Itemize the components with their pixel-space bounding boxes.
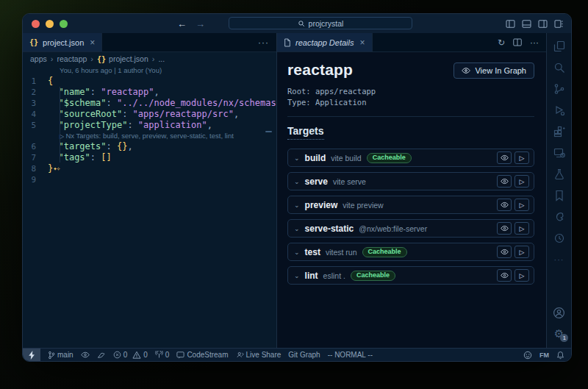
cacheable-badge: Cacheable (362, 247, 407, 257)
tab-project-json[interactable]: {} project.json × (23, 33, 102, 51)
chevron-down-icon[interactable]: ⌄ (294, 249, 300, 256)
view-target-config-button[interactable] (497, 269, 512, 282)
code-line[interactable]: 1{ (23, 76, 276, 87)
test-beaker-icon[interactable] (553, 168, 565, 180)
toggle-primary-sidebar-icon[interactable] (506, 20, 515, 28)
live-share-status[interactable]: Live Share (236, 351, 282, 359)
chevron-down-icon[interactable]: ⌄ (294, 178, 300, 185)
close-window-button[interactable] (32, 20, 40, 28)
target-command: eslint . (323, 271, 345, 280)
toggle-panel-icon[interactable] (522, 20, 531, 28)
target-row-serve[interactable]: ⌄servevite serve▷ (287, 172, 534, 190)
tab-label: reactapp Details (295, 38, 354, 47)
minimize-window-button[interactable] (46, 20, 54, 28)
history-back-icon[interactable]: ← (177, 18, 187, 29)
vim-mode-indicator[interactable]: -- NORMAL -- (328, 351, 373, 359)
blame-codelens[interactable]: You, 6 hours ago | 1 author (You) (23, 65, 276, 76)
bell-icon[interactable] (556, 351, 564, 360)
explorer-icon[interactable] (553, 40, 565, 52)
activity-bar: ··· ⚙ 1 (546, 33, 571, 348)
git-graph-status[interactable]: Git Graph (288, 351, 320, 359)
code-line[interactable]: 5 "projectType": "application", (23, 120, 276, 131)
view-target-config-button[interactable] (497, 151, 512, 164)
codestream-status[interactable]: CodeStream (176, 351, 228, 359)
run-target-button[interactable]: ▷ (514, 175, 529, 188)
tab-overflow-ellipsis[interactable]: ··· (258, 33, 276, 51)
zoom-window-button[interactable] (60, 20, 68, 28)
target-row-preview[interactable]: ⌄previewvite preview▷ (287, 196, 534, 214)
view-target-config-button[interactable] (497, 246, 512, 258)
chevron-down-icon[interactable]: ⌄ (294, 201, 300, 209)
target-command: vitest run (326, 248, 357, 257)
code-line[interactable]: 7 "tags": [] (23, 152, 276, 163)
gitlens-blame-toggle-icon[interactable] (81, 351, 90, 358)
settings-gear-icon[interactable]: ⚙ 1 (554, 328, 564, 339)
view-in-graph-button[interactable]: View In Graph (453, 63, 534, 79)
code-line[interactable]: 9 (23, 174, 276, 185)
cacheable-badge: Cacheable (351, 271, 395, 281)
run-target-button[interactable]: ▷ (514, 199, 529, 211)
split-editor-icon[interactable] (513, 38, 522, 46)
more-actions-icon[interactable]: ··· (530, 38, 539, 48)
run-target-button[interactable]: ▷ (514, 246, 529, 258)
tab-reactapp-details[interactable]: reactapp Details × (277, 33, 373, 51)
view-target-config-button[interactable] (497, 222, 512, 235)
target-name: serve-static (305, 224, 354, 234)
tab-strip-left: {} project.json × ··· (23, 33, 276, 52)
more-views-icon[interactable]: ··· (554, 254, 564, 265)
git-branch-status[interactable]: main (48, 351, 74, 360)
target-row-build[interactable]: ⌄buildvite buildCacheable▷ (287, 149, 534, 167)
code-editor[interactable]: You, 6 hours ago | 1 author (You)1{2 "na… (23, 65, 276, 348)
code-line[interactable]: 8}✦✧ (23, 163, 276, 174)
chevron-down-icon[interactable]: ⌄ (294, 225, 300, 232)
remote-indicator[interactable] (23, 349, 40, 361)
divider (287, 116, 534, 117)
extensions-icon[interactable] (553, 126, 565, 138)
history-forward-icon[interactable]: → (196, 18, 205, 29)
fm-status[interactable]: FM (539, 351, 549, 359)
run-target-button[interactable]: ▷ (514, 222, 529, 235)
breadcrumb-separator: › (152, 54, 155, 63)
chevron-down-icon[interactable]: ⌄ (294, 154, 300, 162)
line-number: 2 (23, 87, 48, 98)
command-center-search[interactable]: projcrystal (229, 17, 412, 29)
breadcrumb-item-project-json[interactable]: {}project.json (97, 54, 148, 63)
history-clock-icon[interactable] (553, 232, 565, 244)
view-target-config-button[interactable] (497, 175, 512, 188)
chevron-down-icon[interactable]: ⌄ (294, 272, 300, 279)
run-target-button[interactable]: ▷ (514, 151, 529, 164)
problems-status[interactable]: 0 0 (113, 351, 148, 359)
breadcrumb-separator: › (90, 54, 93, 63)
code-line[interactable]: 2 "name": "reactapp", (23, 87, 276, 98)
run-debug-icon[interactable] (553, 104, 565, 116)
view-target-config-button[interactable] (497, 199, 512, 211)
nx-targets-codelens[interactable]: ▷ Nx Targets: build, serve, preview, ser… (23, 131, 276, 141)
breadcrumb[interactable]: apps›reactapp›{}project.json›... (23, 52, 276, 65)
code-line[interactable]: 3 "$schema": "../../node_modules/nx/sche… (23, 98, 276, 109)
refresh-icon[interactable]: ↻ (498, 38, 505, 48)
close-tab-icon[interactable]: × (360, 38, 365, 48)
file-icon (284, 38, 291, 47)
target-row-test[interactable]: ⌄testvitest runCacheable▷ (287, 243, 534, 261)
source-control-icon[interactable] (553, 83, 565, 95)
ports-status[interactable]: 0 (155, 351, 170, 359)
bookmark-icon[interactable] (553, 190, 565, 201)
breadcrumb-item-apps[interactable]: apps (30, 54, 47, 63)
target-row-lint[interactable]: ⌄linteslint .Cacheable▷ (287, 266, 534, 285)
breadcrumb-item--[interactable]: ... (158, 54, 165, 63)
pet-smiley-icon[interactable] (523, 351, 532, 360)
line-number: 8 (23, 163, 48, 174)
customize-layout-icon[interactable] (554, 20, 564, 28)
toggle-secondary-sidebar-icon[interactable] (538, 20, 548, 28)
bird-icon[interactable] (97, 351, 106, 359)
run-target-button[interactable]: ▷ (514, 269, 529, 282)
target-row-serve-static[interactable]: ⌄serve-static@nx/web:file-server▷ (287, 219, 534, 238)
code-line[interactable]: 4 "sourceRoot": "apps/reactapp/src", (23, 109, 276, 120)
search-icon[interactable] (553, 62, 565, 74)
code-line[interactable]: 6 "targets": {}, (23, 141, 276, 152)
account-icon[interactable] (553, 307, 565, 318)
close-tab-icon[interactable]: × (90, 38, 95, 48)
gitlens-icon[interactable] (553, 211, 565, 223)
breadcrumb-item-reactapp[interactable]: reactapp (57, 54, 87, 63)
remote-explorer-icon[interactable] (553, 147, 565, 159)
